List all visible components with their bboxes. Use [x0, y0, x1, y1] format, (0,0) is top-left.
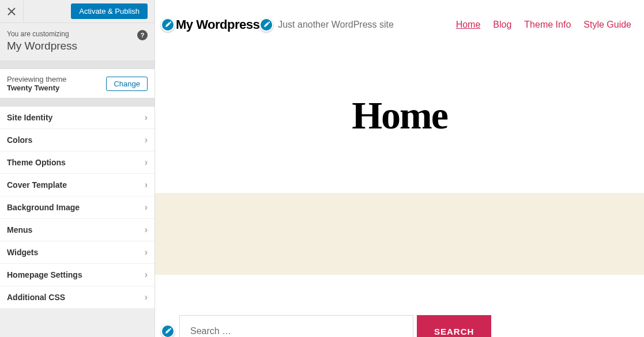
- change-theme-button[interactable]: Change: [106, 77, 148, 91]
- search-input[interactable]: [179, 315, 413, 337]
- menu-item-homepage-settings[interactable]: Homepage Settings›: [0, 264, 155, 286]
- menu-item-widgets[interactable]: Widgets›: [0, 241, 155, 264]
- menu-item-site-identity[interactable]: Site Identity›: [0, 107, 155, 129]
- publish-wrap: Activate & Publish: [24, 0, 155, 22]
- chevron-right-icon: ›: [145, 247, 148, 258]
- theme-name: Twenty Twenty: [7, 84, 66, 92]
- nav-link-blog[interactable]: Blog: [493, 20, 511, 30]
- chevron-right-icon: ›: [145, 225, 148, 235]
- chevron-right-icon: ›: [145, 180, 148, 190]
- chevron-right-icon: ›: [145, 157, 148, 168]
- chevron-right-icon: ›: [145, 112, 148, 123]
- chevron-right-icon: ›: [145, 135, 148, 145]
- edit-shortcut-search[interactable]: [161, 324, 175, 337]
- search-button[interactable]: SEARCH: [417, 315, 491, 337]
- pencil-icon: [263, 21, 270, 28]
- close-icon: [7, 7, 16, 16]
- pencil-icon: [164, 328, 171, 335]
- menu-item-label: Menus: [7, 225, 32, 234]
- search-widget: SEARCH: [155, 275, 644, 337]
- nav-link-style-guide[interactable]: Style Guide: [583, 20, 631, 30]
- help-icon[interactable]: ?: [137, 30, 148, 40]
- menu-item-label: Cover Template: [7, 180, 67, 190]
- site-tagline: Just another WordPress site: [278, 20, 394, 30]
- previewing-label: Previewing theme: [7, 75, 66, 84]
- menu-item-label: Homepage Settings: [7, 270, 82, 279]
- menu-item-label: Site Identity: [7, 113, 52, 122]
- edit-shortcut-title[interactable]: [161, 18, 175, 32]
- preview-pane: My Wordpress Just another WordPress site…: [155, 0, 644, 337]
- menu-item-background-image[interactable]: Background Image›: [0, 196, 155, 219]
- menu-item-label: Background Image: [7, 203, 80, 212]
- page-title-area: Home: [155, 38, 644, 193]
- chevron-right-icon: ›: [145, 270, 148, 280]
- customize-label: You are customizing: [7, 30, 148, 38]
- pencil-icon: [164, 21, 171, 28]
- spacer: [0, 99, 155, 106]
- menu-item-label: Additional CSS: [7, 293, 65, 302]
- menu-item-cover-template[interactable]: Cover Template›: [0, 174, 155, 196]
- close-customizer-button[interactable]: [0, 0, 24, 22]
- site-nav: HomeBlogTheme InfoStyle Guide: [456, 20, 638, 30]
- menu-item-label: Theme Options: [7, 158, 66, 167]
- customize-site-name: My Wordpress: [7, 40, 148, 52]
- theme-section: Previewing theme Twenty Twenty Change: [0, 69, 155, 99]
- menu-item-label: Colors: [7, 135, 32, 145]
- page-title: Home: [155, 93, 644, 138]
- content-band: [155, 193, 644, 275]
- menu-item-label: Widgets: [7, 248, 38, 257]
- site-title[interactable]: My Wordpress: [176, 17, 259, 32]
- chevron-right-icon: ›: [145, 292, 148, 302]
- customize-menu-list: Site Identity›Colors›Theme Options›Cover…: [0, 106, 155, 309]
- edit-shortcut-tagline[interactable]: [259, 18, 273, 32]
- menu-item-colors[interactable]: Colors›: [0, 129, 155, 152]
- activate-publish-button[interactable]: Activate & Publish: [71, 3, 148, 19]
- menu-item-theme-options[interactable]: Theme Options›: [0, 152, 155, 174]
- chevron-right-icon: ›: [145, 202, 148, 213]
- nav-link-home[interactable]: Home: [456, 20, 481, 30]
- nav-link-theme-info[interactable]: Theme Info: [524, 20, 571, 30]
- customize-info: You are customizing My Wordpress ?: [0, 23, 155, 61]
- menu-item-additional-css[interactable]: Additional CSS›: [0, 286, 155, 309]
- menu-item-menus[interactable]: Menus›: [0, 219, 155, 241]
- spacer: [0, 61, 155, 69]
- site-header: My Wordpress Just another WordPress site…: [155, 0, 644, 38]
